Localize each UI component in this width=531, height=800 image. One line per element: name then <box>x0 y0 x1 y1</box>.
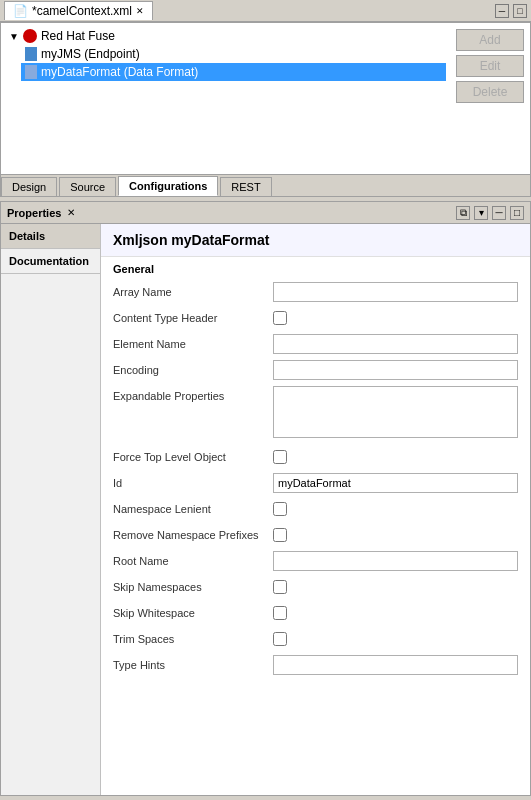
add-button[interactable]: Add <box>456 29 524 51</box>
props-minimize-button[interactable]: ─ <box>492 206 506 220</box>
checkbox-skip-ns[interactable] <box>273 580 287 594</box>
sidebar-documentation[interactable]: Documentation <box>1 249 100 274</box>
properties-header: Properties ✕ ⧉ ▾ ─ □ <box>1 202 530 224</box>
control-skip-ns <box>273 577 518 597</box>
control-remove-ns <box>273 525 518 545</box>
tree-dataformat-label: myDataFormat (Data Format) <box>41 65 198 79</box>
tree-endpoint-label: myJMS (Endpoint) <box>41 47 140 61</box>
sidebar-details[interactable]: Details <box>1 224 100 249</box>
tabs-row: Design Source Configurations REST <box>1 174 530 196</box>
checkbox-force-top[interactable] <box>273 450 287 464</box>
checkbox-ns-lenient[interactable] <box>273 502 287 516</box>
control-encoding <box>273 360 518 380</box>
label-type-hints: Type Hints <box>113 655 273 671</box>
maximize-button[interactable]: □ <box>513 4 527 18</box>
control-trim-spaces <box>273 629 518 649</box>
label-trim-spaces: Trim Spaces <box>113 629 273 645</box>
red-hat-icon <box>23 29 37 43</box>
properties-header-right: ⧉ ▾ ─ □ <box>456 206 524 220</box>
editor-tab[interactable]: 📄 *camelContext.xml ✕ <box>4 1 153 20</box>
checkbox-skip-ws[interactable] <box>273 606 287 620</box>
control-skip-ws <box>273 603 518 623</box>
label-encoding: Encoding <box>113 360 273 376</box>
control-force-top <box>273 447 518 467</box>
field-row-type-hints: Type Hints <box>101 652 530 678</box>
input-root-name[interactable] <box>273 551 518 571</box>
label-content-type: Content Type Header <box>113 308 273 324</box>
title-bar-left: 📄 *camelContext.xml ✕ <box>4 1 153 20</box>
field-row-id: Id myDataFormat <box>101 470 530 496</box>
buttons-area: Add Edit Delete <box>450 23 530 174</box>
label-remove-ns: Remove Namespace Prefixes <box>113 525 273 541</box>
properties-title: Properties <box>7 207 61 219</box>
properties-close-icon[interactable]: ✕ <box>67 207 75 218</box>
control-array-name <box>273 282 518 302</box>
endpoint-icon <box>25 47 37 61</box>
tab-close-icon[interactable]: ✕ <box>136 6 144 16</box>
title-bar-right: ─ □ <box>495 4 527 18</box>
editor-tab-label: *camelContext.xml <box>32 4 132 18</box>
props-maximize-button[interactable]: □ <box>510 206 524 220</box>
label-ns-lenient: Namespace Lenient <box>113 499 273 515</box>
props-dropdown-button[interactable]: ▾ <box>474 206 488 220</box>
control-id: myDataFormat <box>273 473 518 493</box>
control-element-name <box>273 334 518 354</box>
label-skip-ns: Skip Namespaces <box>113 577 273 593</box>
properties-body: Details Documentation Xmljson myDataForm… <box>1 224 530 795</box>
tree-root-label: Red Hat Fuse <box>41 29 115 43</box>
field-row-expandable: Expandable Properties <box>101 383 530 444</box>
minimize-button[interactable]: ─ <box>495 4 509 18</box>
tab-source[interactable]: Source <box>59 177 116 196</box>
checkbox-remove-ns[interactable] <box>273 528 287 542</box>
control-expandable <box>273 386 518 441</box>
label-expandable: Expandable Properties <box>113 386 273 402</box>
properties-sidebar: Details Documentation <box>1 224 101 795</box>
expand-icon: ▼ <box>9 31 19 42</box>
input-element-name[interactable] <box>273 334 518 354</box>
field-row-ns-lenient: Namespace Lenient <box>101 496 530 522</box>
field-row-remove-ns: Remove Namespace Prefixes <box>101 522 530 548</box>
form-title: Xmljson myDataFormat <box>101 224 530 257</box>
title-bar: 📄 *camelContext.xml ✕ ─ □ <box>0 0 531 22</box>
tree-dataformat[interactable]: myDataFormat (Data Format) <box>21 63 446 81</box>
label-id: Id <box>113 473 273 489</box>
checkbox-trim-spaces[interactable] <box>273 632 287 646</box>
label-skip-ws: Skip Whitespace <box>113 603 273 619</box>
field-row-force-top: Force Top Level Object <box>101 444 530 470</box>
field-row-content-type: Content Type Header <box>101 305 530 331</box>
properties-panel: Properties ✕ ⧉ ▾ ─ □ Details Documentati… <box>0 201 531 796</box>
field-row-skip-ns: Skip Namespaces <box>101 574 530 600</box>
input-array-name[interactable] <box>273 282 518 302</box>
field-row-trim-spaces: Trim Spaces <box>101 626 530 652</box>
tab-rest[interactable]: REST <box>220 177 271 196</box>
tree-root[interactable]: ▼ Red Hat Fuse <box>5 27 446 45</box>
label-root-name: Root Name <box>113 551 273 567</box>
tree-area: ▼ Red Hat Fuse myJMS (Endpoint) myDataFo… <box>1 23 450 174</box>
checkbox-content-type[interactable] <box>273 311 287 325</box>
delete-button[interactable]: Delete <box>456 81 524 103</box>
dataformat-icon <box>25 65 37 79</box>
control-content-type <box>273 308 518 328</box>
field-row-array-name: Array Name <box>101 279 530 305</box>
input-encoding[interactable] <box>273 360 518 380</box>
top-panel: ▼ Red Hat Fuse myJMS (Endpoint) myDataFo… <box>0 22 531 197</box>
tree-endpoint[interactable]: myJMS (Endpoint) <box>21 45 446 63</box>
control-root-name <box>273 551 518 571</box>
properties-header-left: Properties ✕ <box>7 207 75 219</box>
textarea-expandable[interactable] <box>273 386 518 438</box>
props-external-button[interactable]: ⧉ <box>456 206 470 220</box>
section-general: General <box>101 257 530 279</box>
tab-configurations[interactable]: Configurations <box>118 176 218 196</box>
properties-main: Xmljson myDataFormat General Array Name … <box>101 224 530 795</box>
field-row-root-name: Root Name <box>101 548 530 574</box>
input-id[interactable]: myDataFormat <box>273 473 518 493</box>
input-type-hints[interactable] <box>273 655 518 675</box>
top-panel-content: ▼ Red Hat Fuse myJMS (Endpoint) myDataFo… <box>1 23 530 174</box>
tab-design[interactable]: Design <box>1 177 57 196</box>
file-icon: 📄 <box>13 4 28 18</box>
label-force-top: Force Top Level Object <box>113 447 273 463</box>
field-row-skip-ws: Skip Whitespace <box>101 600 530 626</box>
label-element-name: Element Name <box>113 334 273 350</box>
control-type-hints <box>273 655 518 675</box>
edit-button[interactable]: Edit <box>456 55 524 77</box>
